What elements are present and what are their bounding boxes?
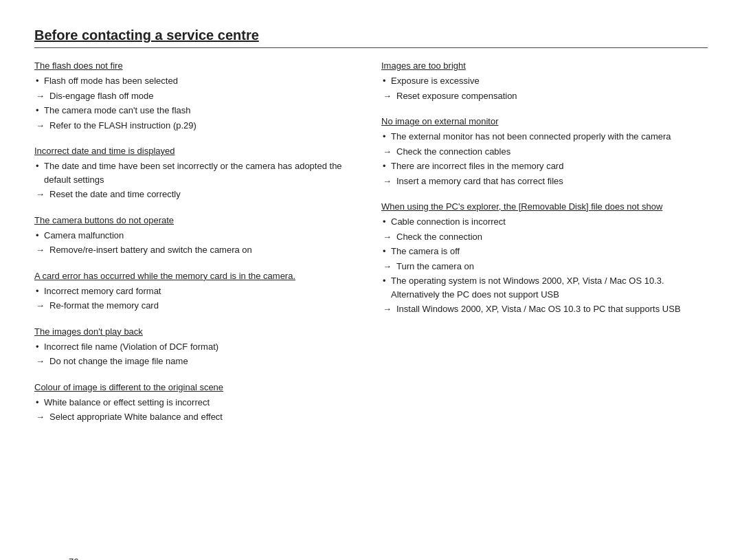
section-title-card: A card error has occurred while the memo…	[34, 271, 295, 281]
bullet-list-flash: Flash off mode has been selectedDis-enga…	[34, 74, 361, 132]
bullet-list-bright: Exposure is excessiveReset exposure comp…	[381, 74, 708, 102]
bullet-list-card: Incorrect memory card formatRe-format th…	[34, 284, 361, 313]
list-item: Re-format the memory card	[34, 299, 361, 313]
bullet-list-date: The date and time have been set incorrec…	[34, 159, 361, 201]
list-item: Turn the camera on	[381, 260, 708, 273]
section-title-removable: When using the PC's explorer, the [Remov…	[381, 201, 662, 212]
right-column: Images are too brightExposure is excessi…	[381, 60, 708, 438]
list-item: Check the connection	[381, 230, 708, 244]
list-item: Remove/re-insert battery and switch the …	[34, 243, 361, 257]
list-item: Camera malfunction	[34, 229, 361, 243]
list-item: Check the connection cables	[381, 145, 708, 159]
list-item: White balance or effect setting is incor…	[34, 396, 361, 410]
section-removable: When using the PC's explorer, the [Remov…	[381, 201, 708, 316]
section-title-monitor: No image on external monitor	[381, 116, 499, 126]
bullet-list-colour: White balance or effect setting is incor…	[34, 396, 361, 424]
left-column: The flash does not fireFlash off mode ha…	[34, 60, 361, 438]
list-item: Cable connection is incorrect	[381, 215, 708, 229]
section-date: Incorrect date and time is displayedThe …	[34, 146, 361, 201]
list-item: Do not change the image file name	[34, 355, 361, 368]
section-buttons: The camera buttons do not operateCamera …	[34, 215, 361, 257]
list-item: The operating system is not Windows 2000…	[381, 274, 708, 301]
list-item: Install Windows 2000, XP, Vista / Mac OS…	[381, 302, 708, 316]
section-title-buttons: The camera buttons do not operate	[34, 215, 174, 225]
list-item: Insert a memory card that has correct fi…	[381, 175, 708, 188]
page-number: 76	[69, 557, 78, 560]
section-card: A card error has occurred while the memo…	[34, 271, 361, 313]
list-item: The date and time have been set incorrec…	[34, 159, 361, 186]
section-title-colour: Colour of image is different to the orig…	[34, 382, 223, 392]
page-title: Before contacting a service centre	[34, 27, 708, 48]
section-title-date: Incorrect date and time is displayed	[34, 146, 175, 156]
section-bright: Images are too brightExposure is excessi…	[381, 60, 708, 102]
list-item: The camera mode can't use the flash	[34, 104, 361, 117]
list-item: The external monitor has not been connec…	[381, 130, 708, 144]
list-item: Incorrect file name (Violation of DCF fo…	[34, 340, 361, 354]
bullet-list-playback: Incorrect file name (Violation of DCF fo…	[34, 340, 361, 368]
page-wrapper: Before contacting a service centre The f…	[34, 27, 708, 560]
list-item: Refer to the FLASH instruction (p.29)	[34, 119, 361, 133]
section-title-bright: Images are too bright	[381, 60, 466, 71]
list-item: There are incorrect files in the memory …	[381, 159, 708, 173]
section-flash: The flash does not fireFlash off mode ha…	[34, 60, 361, 132]
list-item: Select appropriate White balance and eff…	[34, 410, 361, 424]
section-colour: Colour of image is different to the orig…	[34, 382, 361, 424]
list-item: Reset the date and time correctly	[34, 188, 361, 201]
bullet-list-monitor: The external monitor has not been connec…	[381, 130, 708, 188]
section-title-playback: The images don't play back	[34, 326, 143, 337]
section-playback: The images don't play backIncorrect file…	[34, 326, 361, 368]
bullet-list-removable: Cable connection is incorrectCheck the c…	[381, 215, 708, 316]
list-item: Reset exposure compensation	[381, 89, 708, 103]
list-item: The camera is off	[381, 245, 708, 258]
list-item: Flash off mode has been selected	[34, 74, 361, 88]
list-item: Exposure is excessive	[381, 74, 708, 88]
section-monitor: No image on external monitorThe external…	[381, 116, 708, 188]
bullet-list-buttons: Camera malfunctionRemove/re-insert batte…	[34, 229, 361, 257]
list-item: Incorrect memory card format	[34, 284, 361, 298]
section-title-flash: The flash does not fire	[34, 60, 123, 71]
content-area: The flash does not fireFlash off mode ha…	[34, 60, 708, 438]
list-item: Dis-engage flash off mode	[34, 89, 361, 103]
